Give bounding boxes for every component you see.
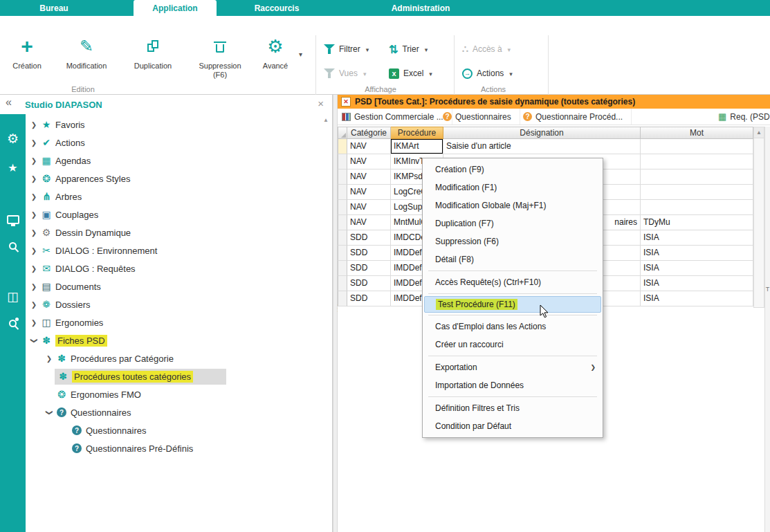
tab-administration[interactable]: Administration	[374, 0, 468, 16]
sidebar-item-ergonomies[interactable]: Ergonomies	[26, 313, 333, 331]
chevron-right-icon[interactable]	[28, 319, 39, 327]
rail-gear-button[interactable]	[0, 128, 26, 149]
row-selector[interactable]	[338, 230, 347, 246]
chevron-right-icon[interactable]	[28, 139, 39, 147]
sidebar-item-dialog-environnement[interactable]: DIALOG : Environnement	[26, 241, 333, 259]
cat-cell[interactable]: SDD	[347, 291, 391, 306]
sidebar-item-questionnaires-pre-definis[interactable]: Questionnaires Pré-Définis	[26, 439, 333, 457]
trier-button[interactable]: Trier	[389, 42, 428, 57]
cat-cell[interactable]: NAV	[347, 139, 391, 154]
cat-cell[interactable]: SDD	[347, 246, 391, 261]
cat-cell[interactable]: NAV	[347, 169, 391, 185]
chevron-right-icon[interactable]	[28, 121, 39, 129]
row-selector[interactable]	[338, 139, 347, 154]
filtrer-button[interactable]: Filtrer	[324, 42, 369, 57]
mot-cell[interactable]	[641, 154, 753, 169]
column-header-categorie[interactable]: Catégorie	[347, 127, 391, 139]
sidebar-item-apparences-styles[interactable]: Apparences Styles	[26, 169, 333, 187]
tab-raccourcis[interactable]: Raccourcis	[244, 0, 310, 16]
sidebar-item-favoris[interactable]: Favoris	[26, 116, 333, 134]
menu-item-cas-demploi[interactable]: Cas d'Emploi dans les Actions	[423, 318, 603, 336]
sidebar-item-ergonomies-fmo[interactable]: Ergonomies FMO	[26, 385, 333, 403]
actions-button[interactable]: Actions	[462, 66, 513, 81]
row-selector[interactable]	[338, 261, 347, 276]
menu-item-condition-defaut[interactable]: Condition par Défaut	[423, 417, 603, 435]
cat-cell[interactable]: NAV	[347, 185, 391, 200]
row-selector[interactable]	[338, 154, 347, 169]
menu-item-suppression[interactable]: Suppression (F6)	[423, 232, 603, 250]
chevron-right-icon[interactable]	[28, 265, 39, 273]
vues-button[interactable]: Vues	[324, 66, 366, 81]
chevron-right-icon[interactable]	[28, 229, 39, 237]
rail-monitor-button[interactable]	[0, 209, 26, 230]
menu-item-modification-globale[interactable]: Modification Globale (Maj+F1)	[423, 196, 603, 214]
right-collapsed-strip[interactable]: T	[764, 127, 770, 532]
mot-cell[interactable]: ISIA	[641, 230, 753, 246]
mot-cell[interactable]	[641, 169, 753, 185]
sidebar-item-dessin-dynamique[interactable]: Dessin Dynamique	[26, 223, 333, 241]
mot-cell[interactable]: ISIA	[641, 246, 753, 261]
sidebar-item-dialog-requetes[interactable]: DIALOG : Requêtes	[26, 259, 333, 277]
menu-item-importation[interactable]: Importation de Données	[423, 376, 603, 394]
rail-search-button[interactable]	[0, 235, 26, 256]
sidebar-item-documents[interactable]: Documents	[26, 277, 333, 295]
table-row[interactable]: NAV IKMArt Saisie d'un article	[338, 139, 753, 154]
chevron-right-icon[interactable]	[44, 355, 55, 363]
modification-button[interactable]: Modification	[55, 35, 118, 88]
doc-tab-questionnaire-proced[interactable]: Questionnaire Procéd...	[523, 109, 632, 125]
row-selector[interactable]	[338, 169, 347, 185]
menu-item-creation[interactable]: Création (F9)	[423, 160, 603, 178]
avance-button[interactable]: Avancé	[256, 35, 295, 88]
doc-tab-questionnaires[interactable]: Questionnaires	[443, 109, 520, 125]
menu-item-definition-filtres[interactable]: Définition Filtres et Tris	[423, 399, 603, 417]
cat-cell[interactable]: NAV	[347, 215, 391, 230]
menu-item-acces-requetes[interactable]: Accès Requête(s) (Ctrl+F10)	[423, 273, 603, 291]
doc-tab-gestion-commerciale[interactable]: Gestion Commerciale ...	[342, 109, 452, 125]
chevron-right-icon[interactable]	[28, 301, 39, 309]
sidebar-item-procedures-toutes-categories[interactable]: Procédures toutes catégories	[26, 367, 333, 385]
row-selector-header[interactable]	[338, 127, 347, 139]
rail-favorites-button[interactable]	[0, 157, 26, 178]
collapse-sidebar-icon[interactable]	[6, 96, 12, 109]
sidebar-item-couplages[interactable]: Couplages	[26, 205, 333, 223]
sidebar-item-agendas[interactable]: Agendas	[26, 152, 333, 169]
sidebar-item-actions[interactable]: Actions	[26, 134, 333, 152]
proc-cell-focused[interactable]: IKMArt	[391, 139, 443, 154]
excel-button[interactable]: Excel	[389, 66, 432, 81]
mot-cell[interactable]	[641, 185, 753, 200]
row-selector[interactable]	[338, 291, 347, 306]
chevron-right-icon[interactable]	[28, 193, 39, 201]
rail-columns-button[interactable]	[0, 286, 26, 307]
menu-item-test-procedure[interactable]: Test Procédure (F11)	[424, 296, 601, 313]
chevron-right-icon[interactable]	[28, 157, 39, 165]
avance-dropdown-arrow-icon[interactable]	[299, 51, 302, 58]
vertical-scrollbar[interactable]	[753, 127, 764, 308]
mot-cell[interactable]: ISIA	[641, 261, 753, 276]
sidebar-item-arbres[interactable]: Arbres	[26, 187, 333, 205]
mot-cell[interactable]: ISIA	[641, 291, 753, 306]
chevron-right-icon[interactable]	[28, 247, 39, 255]
tab-application[interactable]: Application	[134, 0, 217, 16]
sidebar-item-procedures-par-categorie[interactable]: Procédures par Catégorie	[26, 349, 333, 367]
close-icon[interactable]	[318, 98, 324, 109]
row-selector[interactable]	[338, 276, 347, 291]
panel-splitter[interactable]	[333, 95, 338, 532]
cat-cell[interactable]: SDD	[347, 230, 391, 246]
mot-cell[interactable]: TDyMu	[641, 215, 753, 230]
row-selector[interactable]	[338, 185, 347, 200]
duplication-button[interactable]: Duplication	[125, 35, 181, 88]
chevron-right-icon[interactable]	[28, 283, 39, 291]
acces-a-button[interactable]: Accès à	[462, 42, 511, 57]
sidebar-item-dossiers[interactable]: Dossiers	[26, 295, 333, 313]
doc-tab-req-psd[interactable]: Req. (PSD	[718, 109, 770, 125]
column-header-mot[interactable]: Mot	[641, 127, 753, 139]
row-selector[interactable]	[338, 215, 347, 230]
mot-cell[interactable]	[641, 200, 753, 215]
sidebar-item-questionnaires-2[interactable]: Questionnaires	[26, 421, 333, 439]
scroll-up-icon[interactable]	[754, 127, 764, 138]
menu-item-duplication[interactable]: Duplication (F7)	[423, 214, 603, 232]
column-header-procedure[interactable]: Procédure	[391, 127, 443, 139]
row-selector[interactable]	[338, 200, 347, 215]
suppression-button[interactable]: Suppression (F6)	[188, 35, 252, 88]
cat-cell[interactable]: SDD	[347, 261, 391, 276]
